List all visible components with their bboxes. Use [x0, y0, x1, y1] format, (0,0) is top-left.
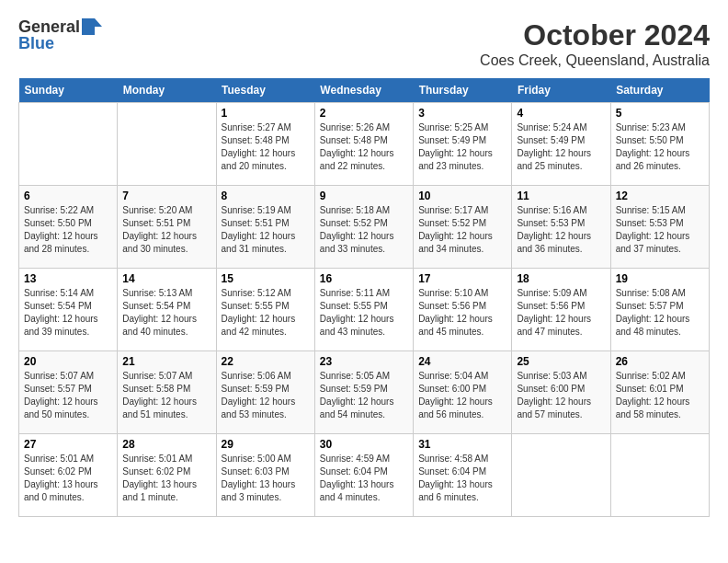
calendar-cell: 6Sunrise: 5:22 AM Sunset: 5:50 PM Daylig… [19, 186, 118, 269]
day-info: Sunrise: 5:23 AM Sunset: 5:50 PM Dayligh… [616, 121, 704, 173]
calendar-cell: 21Sunrise: 5:07 AM Sunset: 5:58 PM Dayli… [118, 351, 216, 434]
day-number: 18 [517, 272, 605, 285]
col-saturday: Saturday [610, 78, 709, 103]
day-info: Sunrise: 4:58 AM Sunset: 6:04 PM Dayligh… [418, 453, 506, 504]
day-number: 31 [418, 438, 506, 451]
day-number: 28 [122, 438, 210, 451]
day-number: 7 [122, 190, 210, 202]
day-info: Sunrise: 5:20 AM Sunset: 5:51 PM Dayligh… [122, 204, 210, 256]
col-tuesday: Tuesday [216, 78, 314, 103]
day-number: 30 [320, 438, 408, 451]
col-sunday: Sunday [19, 78, 118, 103]
day-info: Sunrise: 5:00 AM Sunset: 6:03 PM Dayligh… [222, 453, 310, 504]
calendar-cell: 10Sunrise: 5:17 AM Sunset: 5:52 PM Dayli… [414, 186, 512, 269]
calendar-header: Sunday Monday Tuesday Wednesday Thursday… [19, 78, 710, 103]
calendar-week-2: 6Sunrise: 5:22 AM Sunset: 5:50 PM Daylig… [19, 186, 710, 269]
calendar-table: Sunday Monday Tuesday Wednesday Thursday… [18, 78, 710, 517]
calendar-week-1: 1Sunrise: 5:27 AM Sunset: 5:48 PM Daylig… [19, 103, 710, 186]
calendar-cell: 12Sunrise: 5:15 AM Sunset: 5:53 PM Dayli… [610, 186, 709, 269]
day-info: Sunrise: 5:12 AM Sunset: 5:55 PM Dayligh… [222, 287, 310, 339]
header: General Blue October 2024 Coes Creek, Qu… [18, 18, 710, 69]
day-info: Sunrise: 5:13 AM Sunset: 5:54 PM Dayligh… [122, 287, 210, 339]
calendar-week-4: 20Sunrise: 5:07 AM Sunset: 5:57 PM Dayli… [19, 351, 710, 434]
day-number: 6 [24, 190, 112, 202]
logo-general-text: General [18, 18, 80, 35]
day-info: Sunrise: 5:22 AM Sunset: 5:50 PM Dayligh… [24, 204, 112, 256]
day-info: Sunrise: 5:10 AM Sunset: 5:56 PM Dayligh… [418, 287, 506, 339]
calendar-cell: 31Sunrise: 4:58 AM Sunset: 6:04 PM Dayli… [414, 434, 512, 517]
header-row: Sunday Monday Tuesday Wednesday Thursday… [19, 78, 710, 103]
day-number: 23 [320, 355, 408, 368]
calendar-cell: 28Sunrise: 5:01 AM Sunset: 6:02 PM Dayli… [118, 434, 216, 517]
day-number: 9 [320, 190, 408, 202]
day-number: 25 [517, 355, 605, 368]
calendar-cell: 29Sunrise: 5:00 AM Sunset: 6:03 PM Dayli… [216, 434, 314, 517]
calendar-cell: 18Sunrise: 5:09 AM Sunset: 5:56 PM Dayli… [512, 269, 610, 351]
day-number: 20 [24, 355, 112, 368]
day-number: 17 [418, 272, 506, 285]
day-info: Sunrise: 5:09 AM Sunset: 5:56 PM Dayligh… [517, 287, 605, 339]
day-number: 1 [222, 107, 310, 120]
day-number: 24 [418, 355, 506, 368]
calendar-cell: 20Sunrise: 5:07 AM Sunset: 5:57 PM Dayli… [19, 351, 118, 434]
calendar-cell: 16Sunrise: 5:11 AM Sunset: 5:55 PM Dayli… [314, 269, 413, 351]
svg-marker-0 [82, 18, 102, 35]
col-friday: Friday [512, 78, 610, 103]
day-info: Sunrise: 5:03 AM Sunset: 6:00 PM Dayligh… [517, 370, 605, 421]
day-number: 11 [517, 190, 605, 202]
day-number: 15 [222, 272, 310, 285]
calendar-cell: 5Sunrise: 5:23 AM Sunset: 5:50 PM Daylig… [610, 103, 709, 186]
day-info: Sunrise: 5:07 AM Sunset: 5:58 PM Dayligh… [122, 370, 210, 421]
day-info: Sunrise: 5:24 AM Sunset: 5:49 PM Dayligh… [517, 121, 605, 173]
day-info: Sunrise: 5:19 AM Sunset: 5:51 PM Dayligh… [222, 204, 310, 256]
calendar-cell: 7Sunrise: 5:20 AM Sunset: 5:51 PM Daylig… [118, 186, 216, 269]
col-monday: Monday [118, 78, 216, 103]
day-number: 2 [320, 107, 408, 120]
day-info: Sunrise: 5:05 AM Sunset: 5:59 PM Dayligh… [320, 370, 408, 421]
day-number: 12 [616, 190, 704, 202]
calendar-cell: 27Sunrise: 5:01 AM Sunset: 6:02 PM Dayli… [19, 434, 118, 517]
day-info: Sunrise: 5:14 AM Sunset: 5:54 PM Dayligh… [24, 287, 112, 339]
day-number: 4 [517, 107, 605, 120]
day-number: 22 [222, 355, 310, 368]
calendar-cell [118, 103, 216, 186]
calendar-cell: 3Sunrise: 5:25 AM Sunset: 5:49 PM Daylig… [414, 103, 512, 186]
day-number: 19 [616, 272, 704, 285]
day-info: Sunrise: 4:59 AM Sunset: 6:04 PM Dayligh… [320, 453, 408, 504]
calendar-cell [19, 103, 118, 186]
day-info: Sunrise: 5:06 AM Sunset: 5:59 PM Dayligh… [222, 370, 310, 421]
title-area: October 2024 Coes Creek, Queensland, Aus… [480, 18, 710, 69]
calendar-cell: 30Sunrise: 4:59 AM Sunset: 6:04 PM Dayli… [314, 434, 413, 517]
day-number: 10 [418, 190, 506, 202]
col-thursday: Thursday [414, 78, 512, 103]
day-info: Sunrise: 5:08 AM Sunset: 5:57 PM Dayligh… [616, 287, 704, 339]
calendar-cell [610, 434, 709, 517]
calendar-body: 1Sunrise: 5:27 AM Sunset: 5:48 PM Daylig… [19, 103, 710, 517]
calendar-cell: 26Sunrise: 5:02 AM Sunset: 6:01 PM Dayli… [610, 351, 709, 434]
calendar-cell: 1Sunrise: 5:27 AM Sunset: 5:48 PM Daylig… [216, 103, 314, 186]
calendar-cell: 13Sunrise: 5:14 AM Sunset: 5:54 PM Dayli… [19, 269, 118, 351]
calendar-week-3: 13Sunrise: 5:14 AM Sunset: 5:54 PM Dayli… [19, 269, 710, 351]
calendar-cell: 9Sunrise: 5:18 AM Sunset: 5:52 PM Daylig… [314, 186, 413, 269]
day-info: Sunrise: 5:26 AM Sunset: 5:48 PM Dayligh… [320, 121, 408, 173]
calendar-cell: 22Sunrise: 5:06 AM Sunset: 5:59 PM Dayli… [216, 351, 314, 434]
day-number: 3 [418, 107, 506, 120]
calendar-cell: 24Sunrise: 5:04 AM Sunset: 6:00 PM Dayli… [414, 351, 512, 434]
calendar-cell: 23Sunrise: 5:05 AM Sunset: 5:59 PM Dayli… [314, 351, 413, 434]
day-number: 13 [24, 272, 112, 285]
day-number: 26 [616, 355, 704, 368]
day-info: Sunrise: 5:01 AM Sunset: 6:02 PM Dayligh… [122, 453, 210, 504]
day-number: 16 [320, 272, 408, 285]
calendar-cell: 4Sunrise: 5:24 AM Sunset: 5:49 PM Daylig… [512, 103, 610, 186]
day-number: 21 [122, 355, 210, 368]
day-info: Sunrise: 5:11 AM Sunset: 5:55 PM Dayligh… [320, 287, 408, 339]
day-info: Sunrise: 5:15 AM Sunset: 5:53 PM Dayligh… [616, 204, 704, 256]
logo-icon [82, 18, 102, 35]
calendar-cell [512, 434, 610, 517]
day-info: Sunrise: 5:01 AM Sunset: 6:02 PM Dayligh… [24, 453, 112, 504]
day-info: Sunrise: 5:27 AM Sunset: 5:48 PM Dayligh… [222, 121, 310, 173]
calendar-cell: 2Sunrise: 5:26 AM Sunset: 5:48 PM Daylig… [314, 103, 413, 186]
calendar-cell: 14Sunrise: 5:13 AM Sunset: 5:54 PM Dayli… [118, 269, 216, 351]
calendar-cell: 25Sunrise: 5:03 AM Sunset: 6:00 PM Dayli… [512, 351, 610, 434]
day-info: Sunrise: 5:04 AM Sunset: 6:00 PM Dayligh… [418, 370, 506, 421]
